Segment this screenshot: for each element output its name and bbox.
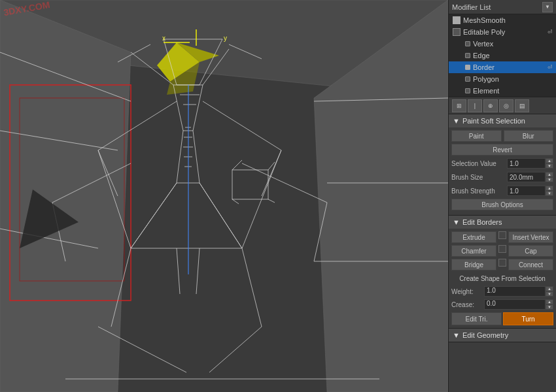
weight-input-group: 1.0 ▲ ▼ — [484, 286, 553, 297]
brush-strength-up[interactable]: ▲ — [546, 186, 553, 191]
vertex-dot — [465, 41, 470, 46]
brush-strength-input[interactable]: 1.0 — [507, 186, 546, 196]
panel-scroll[interactable]: ▼ Paint Soft Selection Paint Blur Revert… — [449, 114, 556, 392]
edit-tri-button[interactable]: Edit Tri. — [451, 312, 502, 325]
extrude-button[interactable]: Extrude — [451, 231, 496, 243]
meshsmooth-icon — [452, 16, 461, 25]
edit-borders-collapse-arrow: ▼ — [453, 218, 460, 226]
edit-borders-header[interactable]: ▼ Edit Borders — [449, 216, 556, 229]
polygon-dot — [465, 76, 470, 82]
modifier-stack: MeshSmooth Editable Poly ⏎ Vertex Edge — [449, 14, 556, 97]
chamfer-button[interactable]: Chamfer — [451, 245, 496, 257]
toolbar-row: ⊞ | ⊕ ◎ ▤ — [449, 97, 556, 114]
paint-button[interactable]: Paint — [451, 130, 502, 142]
edge-dot — [465, 53, 470, 58]
paint-collapse-arrow: ▼ — [453, 117, 460, 125]
crease-up[interactable]: ▲ — [546, 299, 553, 304]
selection-value-down[interactable]: ▼ — [546, 163, 553, 169]
paint-section-title: Paint Soft Selection — [462, 117, 525, 125]
modifier-item-vertex[interactable]: Vertex — [449, 38, 556, 50]
turn-button[interactable]: Turn — [503, 312, 553, 325]
bridge-button[interactable]: Bridge — [451, 259, 496, 270]
extrude-insert-row: Extrude Insert Vertex — [451, 231, 553, 243]
tool-btn-3[interactable]: ◎ — [499, 99, 513, 112]
brush-options-button[interactable]: Brush Options — [451, 199, 553, 210]
modifier-item-border[interactable]: Border ⏎ — [449, 61, 556, 73]
modifier-item-polygon[interactable]: Polygon — [449, 73, 556, 85]
edit-geometry-header[interactable]: ▼ Edit Geometry — [449, 329, 556, 342]
modifier-list-header: Modifier List ▼ — [449, 0, 556, 14]
crease-input[interactable]: 0.0 — [484, 299, 546, 310]
edit-geometry-collapse-arrow: ▼ — [453, 331, 460, 339]
modifier-list-label: Modifier List — [452, 3, 542, 11]
meshsmooth-label: MeshSmooth — [463, 16, 506, 24]
crease-input-group: 0.0 ▲ ▼ — [484, 299, 553, 310]
tool-btn-2[interactable]: ⊕ — [483, 99, 498, 112]
brush-size-input[interactable]: 20.0mm — [507, 172, 546, 182]
tool-btn-4[interactable]: ▤ — [515, 99, 529, 112]
cap-button[interactable]: Cap — [508, 245, 553, 257]
blur-button[interactable]: Blur — [504, 130, 554, 142]
svg-text:x: x — [162, 35, 165, 42]
selection-value-label: Selection Value — [451, 160, 507, 167]
extrude-settings-icon[interactable] — [498, 231, 506, 239]
bridge-settings-icon[interactable] — [498, 259, 506, 267]
brush-strength-row: Brush Strength 1.0 ▲ ▼ — [451, 185, 553, 197]
brush-strength-down[interactable]: ▼ — [546, 191, 553, 196]
brush-strength-label: Brush Strength — [451, 188, 507, 195]
weight-arrows: ▲ ▼ — [546, 286, 553, 297]
border-label: Border — [473, 63, 495, 71]
selection-value-input[interactable]: 1.0 — [507, 158, 546, 169]
edit-borders-section: ▼ Edit Borders Extrude Insert Vertex Cha — [449, 216, 556, 329]
element-dot — [465, 88, 470, 93]
tool-btn-0[interactable]: ⊞ — [452, 99, 466, 112]
weight-row: Weight: 1.0 ▲ ▼ — [451, 286, 553, 297]
revert-row: Revert — [451, 144, 553, 155]
connect-button[interactable]: Connect — [508, 259, 553, 270]
border-pin-icon: ⏎ — [547, 64, 553, 71]
weight-label: Weight: — [451, 288, 484, 295]
selection-value-row: Selection Value 1.0 ▲ ▼ — [451, 157, 553, 169]
bridge-connect-row: Bridge Connect — [451, 259, 553, 270]
modifier-item-meshsmooth[interactable]: MeshSmooth — [449, 14, 556, 26]
brush-strength-spinner: 1.0 ▲ ▼ — [507, 186, 553, 196]
pin-icon: ⏎ — [547, 29, 553, 35]
brush-size-up[interactable]: ▲ — [546, 172, 553, 177]
crease-row: Crease: 0.0 ▲ ▼ — [451, 299, 553, 310]
selection-value-spinner: 1.0 ▲ ▼ — [507, 158, 553, 169]
right-panel: Modifier List ▼ MeshSmooth Editable Poly… — [448, 0, 556, 392]
paint-soft-selection-section: ▼ Paint Soft Selection Paint Blur Revert… — [449, 114, 556, 216]
weight-input[interactable]: 1.0 — [484, 286, 546, 297]
selection-value-arrows: ▲ ▼ — [546, 158, 553, 169]
brush-size-label: Brush Size — [451, 174, 507, 181]
viewport-canvas: x y — [0, 0, 448, 392]
vertex-label: Vertex — [473, 40, 493, 48]
weight-up[interactable]: ▲ — [546, 286, 553, 291]
paint-soft-selection-content: Paint Blur Revert Selection Value 1.0 ▲ … — [449, 127, 556, 215]
crease-label: Crease: — [451, 301, 484, 308]
edit-tri-turn-row: Edit Tri. Turn — [451, 312, 553, 325]
paint-soft-selection-header[interactable]: ▼ Paint Soft Selection — [449, 114, 556, 127]
create-shape-button[interactable]: Create Shape From Selection — [451, 272, 553, 284]
revert-button[interactable]: Revert — [451, 144, 553, 155]
chamfer-cap-row: Chamfer Cap — [451, 245, 553, 257]
element-label: Element — [473, 87, 499, 95]
modifier-item-element[interactable]: Element — [449, 85, 556, 97]
modifier-item-editable-poly[interactable]: Editable Poly ⏎ — [449, 26, 556, 38]
crease-arrows: ▲ ▼ — [546, 299, 553, 310]
polygon-label: Polygon — [473, 75, 499, 83]
viewport[interactable]: 3DXY.COM — [0, 0, 448, 392]
selection-value-up[interactable]: ▲ — [546, 158, 553, 163]
weight-down[interactable]: ▼ — [546, 291, 553, 297]
brush-size-down[interactable]: ▼ — [546, 177, 553, 182]
brush-strength-arrows: ▲ ▼ — [546, 186, 553, 196]
insert-vertex-button[interactable]: Insert Vertex — [508, 231, 553, 243]
brush-options-row: Brush Options — [451, 199, 553, 210]
modifier-list-dropdown[interactable]: ▼ — [542, 2, 553, 12]
editable-poly-icon — [452, 27, 461, 37]
crease-down[interactable]: ▼ — [546, 304, 553, 310]
modifier-item-edge[interactable]: Edge — [449, 50, 556, 61]
chamfer-settings-icon[interactable] — [498, 245, 506, 253]
paint-blur-row: Paint Blur — [451, 130, 553, 142]
tool-btn-1[interactable]: | — [468, 99, 482, 112]
